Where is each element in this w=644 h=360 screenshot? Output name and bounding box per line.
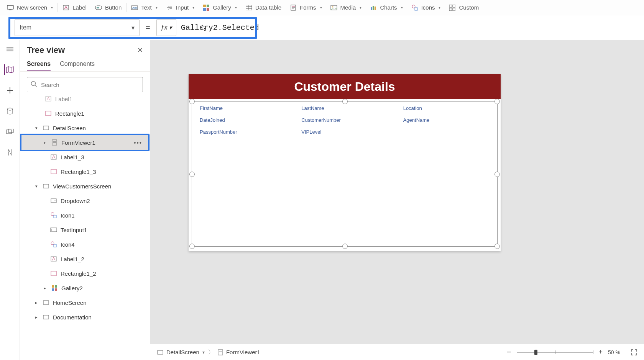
formula-input[interactable] — [176, 19, 644, 36]
tree-node-label1-2[interactable]: Label1_2 — [20, 252, 150, 266]
tree-search — [27, 77, 143, 92]
chevron-down-icon[interactable]: ▾ — [34, 184, 39, 189]
form-viewer[interactable]: FirstName LastName Location DateJoined C… — [192, 101, 498, 247]
resize-handle[interactable] — [189, 172, 195, 177]
tree-node-textinput1[interactable]: TextInput1 — [20, 223, 150, 237]
insert-button[interactable]: Button — [91, 0, 125, 15]
insert-custom[interactable]: Custom — [445, 0, 483, 15]
tree-node-homescreen[interactable]: ▸ HomeScreen — [20, 295, 150, 310]
resize-handle[interactable] — [189, 99, 195, 104]
fx-dropdown[interactable]: ƒx ▾ — [156, 19, 176, 36]
insert-charts-menu[interactable]: Charts ▾ — [366, 0, 406, 15]
svg-line-43 — [35, 85, 37, 87]
svg-rect-67 — [43, 315, 49, 319]
tree-node-documentation[interactable]: ▸ Documentation — [20, 310, 150, 324]
property-dropdown[interactable]: Item ▾ — [15, 19, 140, 36]
rail-data[interactable] — [5, 106, 15, 116]
tree-node-rectangle1[interactable]: Rectangle1 — [20, 106, 150, 121]
zoom-slider[interactable] — [517, 352, 593, 353]
screen-icon — [42, 300, 50, 305]
chevron-down-icon[interactable]: ▾ — [202, 350, 205, 355]
left-rail — [0, 40, 20, 360]
svg-rect-23 — [375, 7, 376, 10]
close-icon[interactable]: ✕ — [137, 46, 143, 54]
tab-components[interactable]: Components — [60, 61, 95, 71]
insert-text-menu[interactable]: Abc Text ▾ — [127, 0, 161, 15]
chevron-down-icon: ▾ — [51, 5, 53, 10]
insert-ribbon: New screen ▾ Label Button Abc Text ▾ Inp… — [0, 0, 644, 15]
app-screen-detailscreen[interactable]: Customer Details FirstName LastName Loca… — [189, 74, 501, 251]
more-icon[interactable]: ••• — [134, 139, 142, 146]
zoom-thumb[interactable] — [534, 350, 537, 355]
tree-node-gallery2[interactable]: ▸ Gallery2 — [20, 281, 150, 295]
rail-hamburger[interactable] — [5, 44, 15, 54]
tree-node-dropdown2[interactable]: Dropdown2 — [20, 193, 150, 208]
svg-point-35 — [7, 108, 13, 110]
tab-screens[interactable]: Screens — [27, 61, 51, 71]
svg-text:Abc: Abc — [132, 6, 138, 10]
chevron-right-icon[interactable]: ▸ — [34, 300, 39, 305]
zoom-out-button[interactable]: − — [507, 348, 511, 357]
chevron-right-icon[interactable]: ▸ — [42, 140, 48, 145]
field-agentname: AgentName — [403, 117, 490, 123]
tree-search-input[interactable] — [27, 77, 143, 92]
chevron-down-icon: ▾ — [192, 5, 194, 10]
tree-node-icon1[interactable]: Icon1 — [20, 208, 150, 223]
rail-media[interactable] — [5, 126, 15, 137]
tree-node-rectangle1-3[interactable]: Rectangle1_3 — [20, 164, 150, 179]
insert-media-menu[interactable]: Media ▾ — [327, 0, 366, 15]
tree-node-icon4[interactable]: Icon4 — [20, 237, 150, 252]
fullscreen-icon[interactable] — [631, 349, 637, 355]
svg-rect-10 — [207, 8, 209, 11]
tree-node-rectangle1-2[interactable]: Rectangle1_2 — [20, 266, 150, 281]
chevron-down-icon: ▾ — [320, 5, 322, 10]
resize-handle[interactable] — [342, 99, 348, 104]
chevron-right-icon[interactable]: ▸ — [42, 286, 48, 291]
chevron-down-icon[interactable]: ▾ — [34, 126, 39, 131]
svg-rect-7 — [203, 5, 206, 7]
tree-node-detailscreen[interactable]: ▾ DetailScreen — [20, 121, 150, 135]
insert-forms-menu[interactable]: Forms ▾ — [286, 0, 326, 15]
svg-rect-25 — [415, 8, 417, 10]
zoom-in-button[interactable]: + — [599, 348, 603, 356]
tree-node-viewcustomers[interactable]: ▾ ViewCustomersScreen — [20, 179, 150, 193]
rail-tree-view[interactable] — [4, 64, 15, 75]
field-datejoined: DateJoined — [200, 117, 286, 123]
insert-input-menu[interactable]: Input ▾ — [162, 0, 198, 15]
screen-icon — [7, 4, 14, 11]
insert-label[interactable]: Label — [59, 0, 90, 15]
tree-view-panel: Tree view ✕ Screens Components Label1 Re… — [20, 40, 150, 360]
insert-datatable[interactable]: Data table — [242, 0, 285, 15]
resize-handle[interactable] — [495, 172, 500, 177]
forms-icon — [290, 4, 297, 11]
resize-handle[interactable] — [495, 99, 500, 104]
svg-rect-55 — [54, 215, 56, 218]
svg-rect-0 — [7, 5, 13, 9]
rail-insert[interactable] — [5, 85, 15, 96]
tree-node-label1[interactable]: Label1 — [20, 95, 150, 106]
chevron-down-icon: ▾ — [131, 24, 135, 31]
canvas[interactable]: Customer Details FirstName LastName Loca… — [150, 40, 644, 344]
resize-handle[interactable] — [495, 244, 500, 249]
svg-point-40 — [8, 151, 10, 152]
new-screen-menu[interactable]: New screen ▾ — [3, 0, 57, 15]
insert-icons-menu[interactable]: Icons ▾ — [407, 0, 445, 15]
rail-advanced[interactable] — [5, 147, 15, 158]
resize-handle[interactable] — [342, 244, 348, 249]
separator — [126, 3, 127, 12]
tree-list: Label1 Rectangle1 ▾ DetailScreen ▸ FormV… — [20, 95, 150, 360]
datatable-icon — [245, 4, 252, 11]
chevron-down-icon: ▾ — [439, 5, 440, 10]
gallery-icon — [51, 285, 58, 291]
insert-gallery-menu[interactable]: Gallery ▾ — [199, 0, 241, 15]
tree-node-label1-3[interactable]: Label1_3 — [20, 150, 150, 164]
svg-point-41 — [10, 153, 12, 154]
breadcrumb-screen[interactable]: DetailScreen — [166, 349, 199, 355]
field-passportnumber: PassportNumber — [200, 129, 286, 135]
formula-bar: Item ▾ = ƒx ▾ — [0, 15, 644, 40]
breadcrumb-control[interactable]: FormViewer1 — [226, 349, 260, 355]
chevron-right-icon[interactable]: ▸ — [34, 315, 39, 320]
tree-node-formviewer1[interactable]: ▸ FormViewer1 ••• — [20, 135, 150, 150]
resize-handle[interactable] — [189, 244, 195, 249]
svg-rect-37 — [8, 129, 13, 133]
